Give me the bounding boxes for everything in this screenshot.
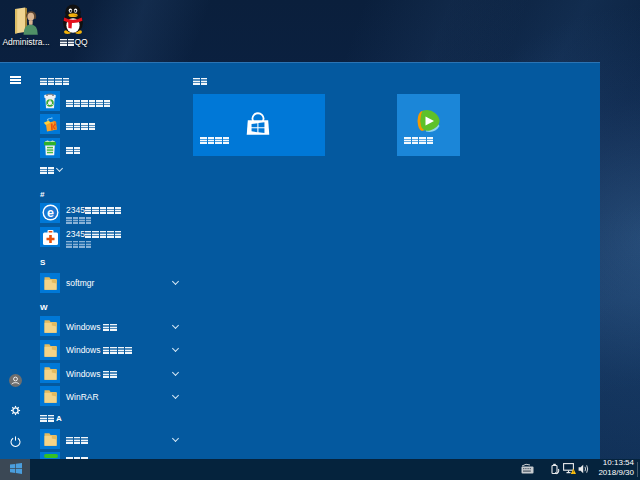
svg-text:e: e <box>47 206 54 220</box>
